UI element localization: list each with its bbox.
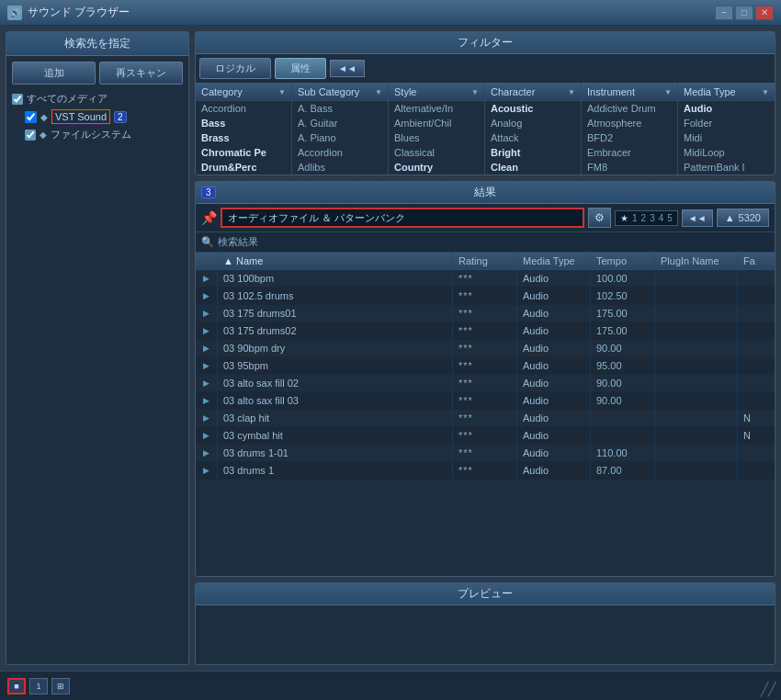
filter-item[interactable]: Clean xyxy=(485,160,581,175)
vst-sound-tree-icon: ◆ xyxy=(40,112,48,122)
vst-sound-checkbox[interactable] xyxy=(25,111,37,123)
filter-item[interactable]: Blues xyxy=(389,130,484,145)
th-mediatype[interactable]: Media Type xyxy=(517,253,591,269)
filesystem-item[interactable]: ◆ ファイルシステム xyxy=(6,126,188,143)
filter-col-mediatype: Media Type ▼ Audio Folder Midi MidiLoop … xyxy=(678,84,775,175)
play-button[interactable]: ▶ xyxy=(196,410,218,426)
filter-item[interactable]: PatternBank I xyxy=(678,160,775,175)
filesystem-label: ファイルシステム xyxy=(51,128,131,141)
play-button[interactable]: ▶ xyxy=(196,340,218,356)
table-row[interactable]: ▶03 90bpm dry***Audio90.00 xyxy=(196,340,775,357)
filter-item[interactable]: Attack xyxy=(485,130,581,145)
filter-item[interactable]: Addictive Drum xyxy=(582,101,677,116)
all-media-item[interactable]: すべてのメディア xyxy=(6,90,188,107)
filter-item[interactable]: Country xyxy=(389,160,484,175)
filter-item[interactable]: Accordion xyxy=(196,101,291,116)
filter-item[interactable]: Audio xyxy=(678,101,775,116)
filesystem-checkbox[interactable] xyxy=(25,130,36,141)
badge-3: 3 xyxy=(201,186,216,198)
filter-item[interactable]: MidiLoop xyxy=(678,145,775,160)
filter-item[interactable]: A. Bass xyxy=(292,101,388,116)
bottom-btn-3[interactable]: ⊞ xyxy=(51,678,70,694)
mediatype-header[interactable]: Media Type ▼ xyxy=(678,84,775,101)
table-row[interactable]: ▶03 102.5 drums***Audio102.50 xyxy=(196,288,775,305)
play-button[interactable]: ▶ xyxy=(196,288,218,304)
th-tempo[interactable]: Tempo xyxy=(591,253,655,269)
table-row[interactable]: ▶03 drums 1***Audio87.00 xyxy=(196,462,775,480)
filter-item[interactable]: BFD2 xyxy=(582,130,677,145)
filter-item[interactable]: Ambient/Chil xyxy=(389,116,484,130)
attribute-button[interactable]: 属性 xyxy=(275,58,326,79)
filter-item[interactable]: Bright xyxy=(485,145,581,160)
th-plugin[interactable]: PlugIn Name xyxy=(655,253,738,269)
filter-item[interactable]: Brass xyxy=(196,130,291,145)
play-button[interactable]: ▶ xyxy=(196,427,218,444)
filter-item[interactable]: Acoustic xyxy=(485,101,581,116)
row-name: 03 90bpm dry xyxy=(218,340,453,356)
star-2[interactable]: 2 xyxy=(640,213,648,223)
play-button[interactable]: ▶ xyxy=(196,270,218,287)
play-button[interactable]: ▶ xyxy=(196,462,218,479)
table-row[interactable]: ▶03 alto sax fill 03***Audio90.00 xyxy=(196,392,775,410)
table-row[interactable]: ▶03 175 drums01***Audio175.00 xyxy=(196,305,775,322)
star-special[interactable]: ★ xyxy=(619,213,629,223)
filter-item[interactable]: Embracer xyxy=(582,145,677,160)
table-row[interactable]: ▶03 95bpm***Audio95.00 xyxy=(196,357,775,375)
filter-item[interactable]: A. Guitar xyxy=(292,116,388,130)
filter-item[interactable]: FM8 xyxy=(582,160,677,175)
filter-nav-button[interactable]: ◄◄ xyxy=(330,60,365,77)
filter-item[interactable]: Classical xyxy=(389,145,484,160)
close-button[interactable]: ✕ xyxy=(755,6,774,20)
star-3[interactable]: 3 xyxy=(649,213,656,223)
filter-item[interactable]: Analog xyxy=(485,116,581,130)
play-button[interactable]: ▶ xyxy=(196,322,218,339)
row-rating: *** xyxy=(453,375,517,391)
play-button[interactable]: ▶ xyxy=(196,305,218,322)
gear-button[interactable]: ⚙ xyxy=(588,208,611,228)
th-name[interactable]: ▲ Name xyxy=(218,253,453,269)
play-button[interactable]: ▶ xyxy=(196,392,218,409)
th-fa[interactable]: Fa xyxy=(738,253,775,269)
play-button[interactable]: ▶ xyxy=(196,375,218,391)
table-row[interactable]: ▶03 alto sax fill 02***Audio90.00 xyxy=(196,375,775,392)
filter-item[interactable]: Accordion xyxy=(292,145,388,160)
character-header[interactable]: Character ▼ xyxy=(485,84,581,101)
vst-sound-item[interactable]: ◆ VST Sound 2 xyxy=(6,107,188,126)
star-5[interactable]: 5 xyxy=(666,213,673,223)
th-rating[interactable]: Rating xyxy=(453,253,517,269)
all-media-checkbox[interactable] xyxy=(12,94,23,105)
bottom-btn-2[interactable]: 1 xyxy=(29,678,48,694)
results-nav-button[interactable]: ◄◄ xyxy=(682,209,713,227)
star-1[interactable]: 1 xyxy=(631,213,639,223)
filter-item[interactable]: Atmosphere xyxy=(582,116,677,130)
resize-handle: ╱╱ xyxy=(761,682,775,696)
filter-item[interactable]: Bass xyxy=(196,116,291,130)
add-button[interactable]: 追加 xyxy=(12,62,96,85)
rescan-button[interactable]: 再スキャン xyxy=(99,62,183,85)
subcategory-header[interactable]: Sub Category ▼ xyxy=(292,84,388,101)
filter-item[interactable]: Adlibs xyxy=(292,160,388,175)
play-button[interactable]: ▶ xyxy=(196,445,218,461)
table-row[interactable]: ▶03 drums 1-01***Audio110.00 xyxy=(196,445,775,462)
filter-item[interactable]: Midi xyxy=(678,130,775,145)
category-header[interactable]: Category ▼ xyxy=(196,84,291,101)
filter-item[interactable]: Chromatic Pe xyxy=(196,145,291,160)
play-button[interactable]: ▶ xyxy=(196,357,218,374)
filter-item[interactable]: Drum&Perc xyxy=(196,160,291,175)
table-row[interactable]: ▶03 cymbal hit***AudioN xyxy=(196,427,775,445)
minimize-button[interactable]: − xyxy=(715,6,733,20)
style-header[interactable]: Style ▼ xyxy=(389,84,484,101)
table-row[interactable]: ▶03 100bpm***Audio100.00 xyxy=(196,270,775,288)
logical-button[interactable]: ロジカル xyxy=(199,58,271,79)
maximize-button[interactable]: □ xyxy=(735,6,753,20)
filter-item[interactable]: Folder xyxy=(678,116,775,130)
star-4[interactable]: 4 xyxy=(658,213,665,223)
table-row[interactable]: ▶03 clap hit***AudioN xyxy=(196,410,775,427)
table-row[interactable]: ▶03 175 drums02***Audio175.00 xyxy=(196,322,775,340)
left-panel-buttons: 追加 再スキャン xyxy=(6,56,188,90)
filter-item[interactable]: Alternative/In xyxy=(389,101,484,116)
instrument-header[interactable]: Instrument ▼ xyxy=(582,84,677,101)
search-input[interactable] xyxy=(221,208,584,228)
filter-item[interactable]: A. Piano xyxy=(292,130,388,145)
bottom-btn-1[interactable]: ■ xyxy=(7,678,26,694)
